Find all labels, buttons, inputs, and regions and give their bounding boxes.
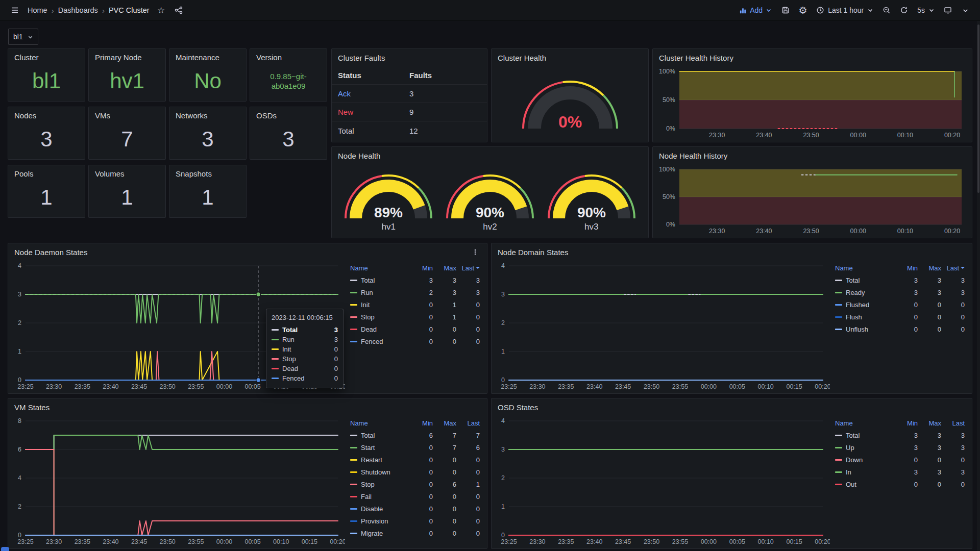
time-range-picker[interactable]: Last 1 hour <box>813 3 877 18</box>
breadcrumb-current[interactable]: PVC Cluster <box>109 6 150 14</box>
panel-title[interactable]: Node Domain States <box>492 243 972 261</box>
panel-title[interactable]: Version <box>250 49 327 62</box>
legend-col-max[interactable]: Max <box>918 419 941 427</box>
legend-item-flushed[interactable]: Flushed000 <box>835 298 965 311</box>
legend-col-min[interactable]: Min <box>894 419 918 427</box>
vm-states-chart[interactable]: 8642023:2523:3023:3523:4023:4523:5023:55… <box>11 416 345 546</box>
legend-col-name[interactable]: Name <box>835 419 894 427</box>
svg-text:00:00: 00:00 <box>216 538 232 545</box>
legend-item-init[interactable]: Init010 <box>350 298 480 311</box>
cluster-health-history-chart[interactable]: 100%50%0%23:3023:4023:5000:0000:1000:20 <box>656 66 969 140</box>
legend-item-fail[interactable]: Fail000 <box>350 490 480 503</box>
column-header-faults[interactable]: Faults <box>409 71 481 80</box>
legend-item-total[interactable]: Total333 <box>835 429 965 441</box>
collapse-nav-button[interactable] <box>958 3 973 18</box>
panel-title[interactable]: Cluster <box>8 49 85 62</box>
legend-item-shutdown[interactable]: Shutdown000 <box>350 466 480 478</box>
stat-grid: Clusterbl1Primary Nodehv1MaintenanceNoVe… <box>8 48 327 218</box>
panel-title[interactable]: Cluster Health <box>492 49 648 66</box>
legend-col-last[interactable]: Last <box>941 419 965 427</box>
legend-item-up[interactable]: Up333 <box>835 441 965 454</box>
svg-text:23:40: 23:40 <box>586 538 602 545</box>
legend-item-fenced[interactable]: Fenced000 <box>350 335 480 347</box>
panel-title[interactable]: VMs <box>89 107 165 120</box>
panel-title[interactable]: Volumes <box>89 165 165 178</box>
kiosk-mode-button[interactable] <box>940 3 955 18</box>
node-health-history-chart[interactable]: 100%50%0%23:3023:4023:5000:0000:1000:20 <box>656 164 969 236</box>
legend-col-last[interactable]: Last <box>941 264 965 272</box>
node-domain-states-chart[interactable]: 4321023:2523:3023:3523:4023:4523:5023:55… <box>495 261 830 391</box>
legend-item-migrate[interactable]: Migrate000 <box>350 527 480 539</box>
column-header-status[interactable]: Status <box>338 71 409 80</box>
save-dashboard-button[interactable] <box>778 3 793 18</box>
legend-col-min[interactable]: Min <box>894 264 918 272</box>
legend-col-last[interactable]: Last <box>456 419 480 427</box>
variable-picker[interactable]: bl1 <box>8 29 38 45</box>
legend-item-flush[interactable]: Flush000 <box>835 311 965 323</box>
legend-item-run[interactable]: Run233 <box>350 286 480 298</box>
menu-toggle-button[interactable] <box>7 3 22 18</box>
panel-title[interactable]: Cluster Health History <box>653 49 972 66</box>
legend-col-name[interactable]: Name <box>835 264 894 272</box>
panel-title[interactable]: OSD States <box>492 398 972 416</box>
panel-title[interactable]: Snapshots <box>169 165 246 178</box>
legend-item-down[interactable]: Down000 <box>835 454 965 466</box>
legend-item-unflush[interactable]: Unflush000 <box>835 323 965 335</box>
panel-title[interactable]: Cluster Faults <box>332 49 487 66</box>
panel-title[interactable]: VM States <box>8 398 487 416</box>
osd-states-chart[interactable]: 4321023:2523:3023:3523:4023:4523:5023:55… <box>495 416 830 546</box>
svg-text:23:50: 23:50 <box>160 383 176 390</box>
legend-col-max[interactable]: Max <box>433 419 456 427</box>
panel-title[interactable]: Node Health <box>332 147 648 164</box>
legend-item-disable[interactable]: Disable000 <box>350 503 480 515</box>
legend-item-restart[interactable]: Restart000 <box>350 454 480 466</box>
legend-item-in[interactable]: In333 <box>835 466 965 478</box>
svg-text:4: 4 <box>501 417 505 424</box>
panel-title[interactable]: Primary Node <box>89 49 165 62</box>
legend-item-ready[interactable]: Ready333 <box>835 286 965 298</box>
panel-title[interactable]: Node Daemon States <box>14 248 87 257</box>
svg-text:23:35: 23:35 <box>558 383 574 390</box>
panel-title[interactable]: OSDs <box>250 107 327 120</box>
legend-item-total[interactable]: Total333 <box>350 274 480 286</box>
bottom-left-button[interactable] <box>1 547 9 551</box>
legend-last-value: 0 <box>941 481 965 488</box>
favorite-star-button[interactable]: ☆ <box>154 3 169 18</box>
series-color-swatch <box>350 533 357 534</box>
refresh-button[interactable] <box>896 3 912 18</box>
dashboard-settings-button[interactable]: ⚙ <box>795 3 811 18</box>
breadcrumb-dashboards[interactable]: Dashboards <box>58 6 98 14</box>
legend-item-total[interactable]: Total677 <box>350 429 480 441</box>
panel-menu-button[interactable] <box>470 246 481 258</box>
panel-title[interactable]: Nodes <box>8 107 85 120</box>
legend-item-out[interactable]: Out000 <box>835 478 965 490</box>
panel-title[interactable]: Networks <box>169 107 246 120</box>
panel-title[interactable]: Maintenance <box>169 49 246 62</box>
legend-max-value: 6 <box>433 481 456 488</box>
legend-col-max[interactable]: Max <box>918 264 941 272</box>
scrollbar[interactable] <box>977 21 980 551</box>
breadcrumb-home[interactable]: Home <box>28 6 47 14</box>
legend-item-total[interactable]: Total333 <box>835 274 965 286</box>
legend-item-stop[interactable]: Stop010 <box>350 311 480 323</box>
panel-title[interactable]: Pools <box>8 165 85 178</box>
legend-min-value: 6 <box>409 432 433 439</box>
legend-col-last[interactable]: Last <box>456 264 480 272</box>
legend-col-max[interactable]: Max <box>433 264 456 272</box>
panel-title[interactable]: Node Health History <box>653 147 972 164</box>
legend-item-provision[interactable]: Provision000 <box>350 515 480 527</box>
svg-text:23:45: 23:45 <box>131 383 147 390</box>
legend-item-dead[interactable]: Dead000 <box>350 323 480 335</box>
share-button[interactable] <box>171 3 186 18</box>
legend-max-value: 0 <box>433 456 456 464</box>
legend-col-name[interactable]: Name <box>350 264 409 272</box>
legend-item-start[interactable]: Start076 <box>350 441 480 454</box>
add-button[interactable]: Add <box>735 3 776 18</box>
refresh-interval-picker[interactable]: 5s <box>914 3 938 18</box>
legend-col-min[interactable]: Min <box>409 264 433 272</box>
legend-item-stop[interactable]: Stop061 <box>350 478 480 490</box>
zoom-out-button[interactable] <box>879 3 894 18</box>
legend-col-min[interactable]: Min <box>409 419 433 427</box>
scrollbar-thumb[interactable] <box>977 24 979 193</box>
legend-col-name[interactable]: Name <box>350 419 409 427</box>
